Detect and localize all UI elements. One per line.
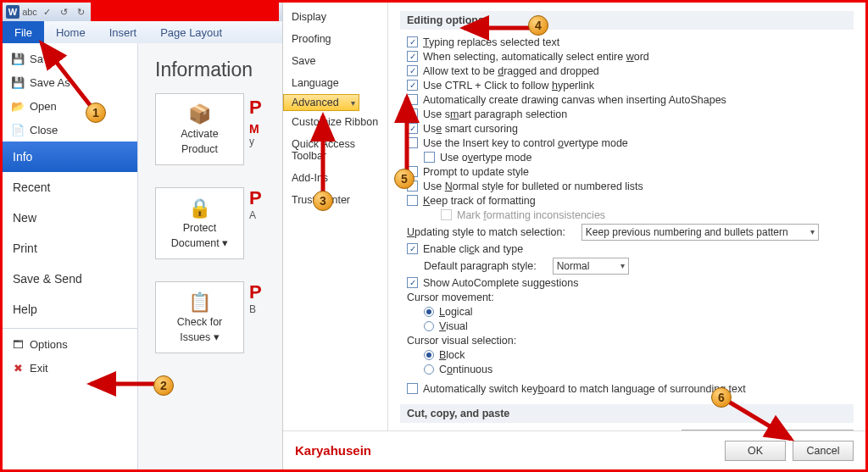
close-icon: 📄 [11, 123, 25, 136]
opt-label: Continuous [439, 364, 492, 375]
exit-icon: ✖ [11, 361, 25, 375]
opt-label: Default paragraph style: [424, 260, 537, 272]
quick-access-toolbar: W abc ✓ ↺ ↻ [3, 3, 282, 21]
tile-protect[interactable]: 🔒 Protect Document ▾ [155, 187, 244, 259]
clipped-text: M [249, 122, 262, 136]
clipped-text: B [249, 303, 256, 315]
tile-label: Issues ▾ [180, 331, 220, 343]
open-icon: 📂 [11, 99, 25, 113]
qat-save[interactable]: ✓ [40, 5, 53, 19]
opt-label: Updating style to match selection: [407, 226, 565, 238]
opt-label: Enable click and type [423, 243, 523, 255]
menu-help[interactable]: Help [3, 294, 137, 325]
annotation-badge: 6 [711, 387, 732, 408]
menu-options[interactable]: 🗔Options [3, 332, 137, 356]
opt-label: Mark formatting inconsistencies [457, 209, 605, 221]
options-panel[interactable]: Editing options Typing replaces selected… [388, 3, 865, 430]
cat-advanced[interactable]: Advanced [283, 94, 359, 111]
annotation-badge: 2 [153, 375, 174, 396]
checkbox[interactable] [407, 195, 418, 206]
radio[interactable] [424, 307, 434, 317]
page-title: Information [155, 58, 274, 81]
menu-label: Options [30, 338, 68, 351]
opt-label: Show AutoComplete suggestions [423, 277, 578, 289]
clipped-heading: P [249, 281, 262, 303]
cat-save[interactable]: Save [283, 50, 387, 72]
opt-label: Logical [439, 306, 473, 318]
tile-label: Document ▾ [171, 237, 228, 249]
opt-label: Use smart cursoring [423, 123, 518, 135]
watermark: Karyahusein [295, 443, 371, 458]
select-paragraph-style[interactable]: Normal [553, 258, 629, 275]
opt-label: Automatically create drawing canvas when… [423, 94, 726, 106]
opt-label: Visual [439, 320, 468, 332]
checklist-icon: 📋 [188, 292, 211, 314]
opt-label: Cursor visual selection: [407, 335, 516, 347]
cat-display[interactable]: Display [283, 6, 387, 28]
tile-check[interactable]: 📋 Check for Issues ▾ [155, 281, 244, 353]
radio[interactable] [424, 364, 434, 375]
annotation-badge: 4 [528, 15, 548, 36]
opt-label: Cursor movement: [407, 292, 494, 303]
checkbox [441, 209, 452, 220]
checkbox[interactable] [407, 277, 418, 288]
cat-addins[interactable]: Add-Ins [283, 167, 387, 189]
tile-activate[interactable]: 📦 Activate Product [155, 93, 244, 165]
menu-recent[interactable]: Recent [3, 172, 137, 203]
checkbox[interactable] [407, 243, 418, 254]
cat-language[interactable]: Language [283, 72, 387, 94]
menu-new[interactable]: New [3, 203, 137, 233]
options-categories: Display Proofing Save Language Advanced … [283, 3, 388, 430]
menu-label: Help [13, 303, 37, 316]
checkbox[interactable] [407, 80, 418, 91]
menu-label: Exit [30, 362, 48, 375]
opt-label: Typing replaces selected text [423, 36, 559, 48]
options-icon: 🗔 [11, 337, 25, 351]
radio[interactable] [424, 350, 434, 360]
checkbox[interactable] [407, 36, 418, 47]
menu-info[interactable]: Info [3, 142, 137, 172]
cat-customize-ribbon[interactable]: Customize Ribbon [283, 111, 387, 133]
menu-label: Save & Send [13, 272, 82, 286]
annotation-badge: 3 [313, 191, 333, 211]
word-icon: W [6, 5, 19, 19]
checkbox[interactable] [407, 383, 418, 394]
qat-spellcheck[interactable]: abc [23, 5, 36, 19]
opt-label: Block [439, 349, 465, 361]
svg-line-0 [42, 43, 93, 109]
qat-redo[interactable]: ↻ [74, 5, 87, 19]
clipped-text: y [249, 136, 262, 147]
cancel-button[interactable]: Cancel [793, 441, 854, 461]
radio[interactable] [424, 321, 434, 331]
annotation-badge: 5 [394, 169, 415, 189]
menu-label: Close [30, 124, 58, 136]
menu-save-send[interactable]: Save & Send [3, 264, 137, 294]
redacted-title [91, 3, 279, 21]
cat-quick-access[interactable]: Quick Access Toolbar [283, 133, 387, 167]
opt-label: Use Normal style for bulleted or numbere… [423, 180, 643, 192]
opt-label: Allow text to be dragged and dropped [423, 65, 599, 77]
qat-undo[interactable]: ↺ [57, 5, 70, 19]
checkbox[interactable] [407, 65, 418, 76]
key-icon: 📦 [188, 103, 211, 125]
opt-label: Keep track of formatting [423, 195, 536, 207]
clipped-heading: P [249, 187, 262, 208]
cat-trust[interactable]: Trust Center [283, 189, 387, 211]
save-icon: 💾 [11, 52, 25, 65]
opt-label: Prompt to update style [423, 166, 529, 178]
tile-label: Activate [181, 128, 218, 140]
select-updating-style[interactable]: Keep previous numbering and bullets patt… [581, 224, 819, 241]
opt-label: Automatically switch keyboard to match l… [423, 383, 746, 395]
opt-label: Use CTRL + Click to follow hyperlink [423, 80, 594, 92]
cat-proofing[interactable]: Proofing [283, 28, 387, 50]
tile-label: Check for [177, 316, 223, 328]
menu-print[interactable]: Print [3, 233, 137, 264]
menu-label: Info [13, 150, 32, 164]
svg-line-5 [727, 401, 791, 439]
checkbox[interactable] [407, 51, 418, 62]
opt-label: Use smart paragraph selection [423, 108, 567, 120]
opt-label: When selecting, automatically select ent… [423, 51, 649, 63]
checkbox[interactable] [424, 152, 435, 163]
tab-page-layout[interactable]: Page Layout [148, 21, 234, 43]
menu-close[interactable]: 📄Close [3, 118, 137, 142]
